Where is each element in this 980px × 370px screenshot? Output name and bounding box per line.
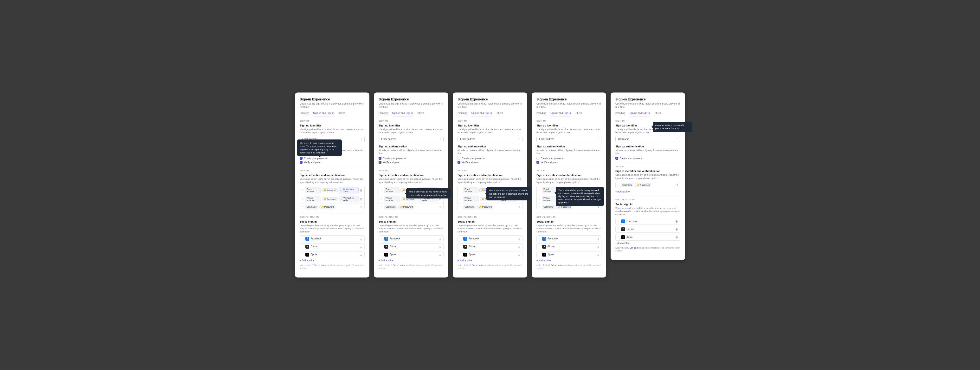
facebook-icon-5: f bbox=[621, 219, 625, 223]
social-group-3: Social sign in Depending on the mandator… bbox=[458, 220, 522, 270]
signin-group-4: Sign in identifier and authentication Us… bbox=[536, 174, 601, 210]
drag-handle-apple-1[interactable]: ⠿ bbox=[302, 253, 304, 256]
apple-icon-3:  bbox=[463, 253, 467, 257]
signin-row-phone-3: ⠿ Phone number 🔑 Password ✓ Verification… bbox=[458, 195, 522, 204]
tab-others-1[interactable]: Others bbox=[338, 112, 345, 116]
tab-others-5[interactable]: Others bbox=[654, 112, 661, 116]
row-minus-phone-2[interactable]: ⊖ bbox=[439, 198, 441, 201]
connector-apple-5: ⠿  Apple ⊖ bbox=[616, 234, 680, 241]
drag-handle-gh-1[interactable]: ⠿ bbox=[302, 245, 304, 248]
tab-others-2[interactable]: Others bbox=[417, 112, 424, 116]
row-minus-username-2[interactable]: ⊖ bbox=[439, 205, 441, 209]
divider-5 bbox=[616, 163, 680, 163]
drag-handle-fb-1[interactable]: ⠿ bbox=[302, 237, 304, 240]
tag-verification-1: ✓ Verification code bbox=[339, 187, 359, 193]
section-social-1: SOCIAL SIGN IN bbox=[300, 216, 364, 218]
tab-branding-1[interactable]: Branding bbox=[300, 112, 309, 116]
add-another-social-3[interactable]: + Add another bbox=[458, 259, 522, 262]
drag-handle-username-1[interactable]: ⠿ bbox=[302, 206, 304, 208]
add-another-social-5[interactable]: + Add another bbox=[616, 242, 680, 244]
row-minus-1[interactable]: ⊖ bbox=[360, 188, 363, 192]
section-signin-3: SIGN IN bbox=[458, 169, 522, 172]
checkbox-verify-4[interactable] bbox=[536, 161, 539, 164]
tag-password-username-4: 🔑 Password bbox=[556, 205, 573, 209]
auth-option-verify-4[interactable]: Verify at sign up bbox=[536, 161, 601, 164]
drag-handle-username-2[interactable]: ⠿ bbox=[381, 206, 382, 208]
tag-email-4: Email address bbox=[542, 187, 557, 193]
auth-option-password-1[interactable]: Create your password bbox=[300, 157, 364, 160]
checkbox-password-5[interactable] bbox=[616, 157, 618, 160]
checkbox-verify-3[interactable] bbox=[458, 161, 460, 164]
add-another-social-1[interactable]: + Add another bbox=[300, 259, 364, 262]
row-minus-2[interactable]: ⊖ bbox=[439, 188, 441, 192]
signin-rows-4: ⠿ Email address 🔑 Password ✓ Verificatio… bbox=[536, 186, 601, 210]
tab-signup-4[interactable]: Sign up and Sign in bbox=[550, 112, 571, 116]
tab-branding-4[interactable]: Branding bbox=[536, 112, 546, 116]
signin-row-email-3: ⠿ Email address 🔑 Password ✓ Verificatio… bbox=[458, 186, 522, 195]
auth-option-password-3[interactable]: Create your password bbox=[458, 157, 522, 160]
tab-signup-3[interactable]: Sign up and Sign in bbox=[471, 112, 492, 116]
setup-link-2[interactable]: Set up more bbox=[393, 264, 405, 266]
github-icon-3: ⑂ bbox=[463, 245, 467, 249]
connector-facebook-4: ⠿ f Facebook ⊖ bbox=[536, 235, 601, 242]
tab-others-4[interactable]: Others bbox=[575, 112, 582, 116]
tab-branding-3[interactable]: Branding bbox=[458, 112, 467, 116]
identifier-select-5[interactable]: Username ▾ bbox=[616, 136, 680, 142]
identifier-desc-4: The sign-up identifier is required for a… bbox=[536, 128, 601, 134]
footer-text-2: Not in the list? Set up more social conn… bbox=[379, 264, 444, 270]
drag-handle-2[interactable]: ⠿ bbox=[381, 189, 382, 191]
tab-signup-2[interactable]: Sign up and Sign in bbox=[392, 112, 413, 116]
checkbox-password-2[interactable] bbox=[379, 157, 382, 160]
tag-email-1: Email address bbox=[305, 187, 321, 193]
auth-desc-5: All selected actions will be obligatory … bbox=[616, 148, 680, 155]
add-another-social-4[interactable]: + Add another bbox=[536, 259, 601, 262]
auth-title-5: Sign up authentication bbox=[616, 145, 680, 148]
drag-handle-1[interactable]: ⠿ bbox=[302, 189, 304, 191]
auth-desc-1: All selected actions will be obligatory … bbox=[300, 148, 364, 155]
checkbox-password-1[interactable] bbox=[300, 157, 302, 160]
row-minus-phone-1[interactable]: ⊖ bbox=[360, 198, 363, 201]
identifier-select-1[interactable]: Email address ▾ bbox=[300, 136, 364, 142]
panel-2-title: Sign-in Experience bbox=[379, 97, 444, 101]
auth-option-verify-3[interactable]: Verify at sign up bbox=[458, 161, 522, 164]
setup-link-5[interactable]: Set up more bbox=[630, 247, 642, 249]
signin-title-3: Sign in identifier and authentication bbox=[458, 174, 522, 177]
checkbox-password-3[interactable] bbox=[458, 157, 460, 160]
identifier-select-3[interactable]: Email address ▾ bbox=[458, 136, 522, 142]
signin-row-username-5: ⠿ Username 🔑 Password ⊖ bbox=[616, 182, 680, 188]
setup-link-3[interactable]: Set up more bbox=[472, 264, 484, 266]
row-minus-username-1[interactable]: ⊖ bbox=[360, 205, 363, 209]
signin-rows-5: ⠿ Username 🔑 Password ⊖ bbox=[616, 182, 680, 188]
connector-minus-apple-1[interactable]: ⊖ bbox=[360, 253, 363, 256]
identifier-desc-2: The sign-up identifier is required for a… bbox=[379, 128, 444, 134]
drag-handle-phone-1[interactable]: ⠿ bbox=[302, 198, 304, 200]
auth-option-password-5[interactable]: Create your password bbox=[616, 157, 680, 160]
divider-2 bbox=[379, 167, 444, 167]
drag-handle-phone-2[interactable]: ⠿ bbox=[381, 198, 382, 200]
tag-phone-3: Phone number bbox=[463, 196, 479, 203]
identifier-select-4[interactable]: Email address ▾ bbox=[536, 136, 601, 142]
tag-password-username-1: 🔑 Password bbox=[319, 205, 336, 209]
add-another-signin-5[interactable]: + Add another bbox=[616, 190, 680, 193]
add-another-social-2[interactable]: + Add another bbox=[379, 259, 444, 262]
auth-option-password-4[interactable]: Create your password bbox=[536, 157, 601, 160]
auth-option-verify-1[interactable]: Verify at sign up bbox=[300, 161, 364, 164]
tab-others-3[interactable]: Others bbox=[496, 112, 503, 116]
setup-link-1[interactable]: Set up more bbox=[314, 264, 326, 266]
connector-minus-fb-1[interactable]: ⊖ bbox=[360, 237, 363, 241]
checkbox-verify-2[interactable] bbox=[379, 161, 382, 164]
checkbox-verify-1[interactable] bbox=[300, 161, 302, 164]
identifier-select-2[interactable]: Email address ▾ bbox=[379, 136, 444, 142]
tab-branding-5[interactable]: Branding bbox=[616, 112, 625, 116]
tab-signup-5[interactable]: Sign up and Sign in bbox=[629, 112, 650, 116]
setup-link-4[interactable]: Set up more bbox=[551, 264, 563, 266]
tab-signup-1[interactable]: Sign up and Sign in bbox=[313, 112, 334, 116]
checkbox-password-4[interactable] bbox=[536, 157, 539, 160]
auth-option-verify-2[interactable]: Verify at sign up bbox=[379, 161, 444, 164]
identifier-desc-5: The sign-up identifier is required for a… bbox=[616, 128, 680, 134]
tab-branding-2[interactable]: Branding bbox=[379, 112, 388, 116]
auth-option-password-2[interactable]: Create your password bbox=[379, 157, 444, 160]
connector-minus-gh-1[interactable]: ⊖ bbox=[360, 245, 363, 248]
github-icon-2: ⑂ bbox=[384, 245, 388, 249]
identifier-title-2: Sign up identifier bbox=[379, 124, 444, 127]
